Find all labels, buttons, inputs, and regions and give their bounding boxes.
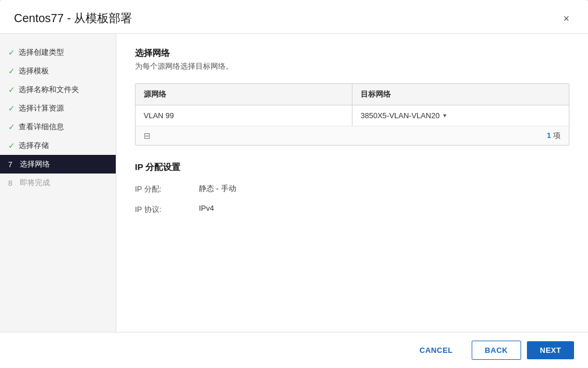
sidebar-item-label: 即将完成 [20, 178, 50, 188]
check-icon: ✓ [8, 141, 15, 150]
back-button[interactable]: BACK [472, 341, 522, 360]
main-content: 选择网络 为每个源网络选择目标网络。 源网络 目标网络 VLAN 99 3850… [116, 34, 588, 332]
source-network-value: VLAN 99 [144, 111, 174, 120]
ip-section-title: IP 分配设置 [135, 162, 569, 173]
sidebar-item-step8[interactable]: 8即将完成 [0, 174, 116, 192]
check-icon: ✓ [8, 122, 15, 132]
ip-allocation-value: 静态 - 手动 [199, 183, 236, 194]
section-title: 选择网络 [135, 48, 569, 59]
next-button[interactable]: NEXT [527, 341, 574, 359]
ip-allocation-row: IP 分配: 静态 - 手动 [135, 183, 569, 194]
sidebar-item-label: 选择网络 [20, 159, 50, 169]
section-desc: 为每个源网络选择目标网络。 [135, 61, 569, 72]
sidebar-item-label: 选择名称和文件夹 [19, 84, 79, 95]
table-footer-count: 1 项 [547, 130, 561, 141]
sidebar-item-label: 选择计算资源 [19, 103, 64, 114]
col-source-header: 源网络 [136, 84, 352, 105]
table-footer-icon: ⊟ [144, 131, 151, 140]
sidebar-item-step1[interactable]: ✓选择创建类型 [0, 43, 116, 62]
sidebar-item-step4[interactable]: ✓选择计算资源 [0, 99, 116, 118]
close-button[interactable]: × [558, 11, 574, 26]
sidebar-item-step3[interactable]: ✓选择名称和文件夹 [0, 80, 116, 99]
table-header: 源网络 目标网络 [136, 84, 569, 105]
sidebar-item-label: 查看详细信息 [19, 122, 64, 132]
step-number: 7 [8, 160, 16, 169]
ip-protocol-value: IPv4 [199, 204, 214, 213]
source-network-cell: VLAN 99 [136, 105, 352, 126]
table-row: VLAN 99 3850X5-VLAN-VLAN20 ▾ [136, 105, 569, 126]
check-icon: ✓ [8, 66, 15, 76]
ip-protocol-row: IP 协议: IPv4 [135, 204, 569, 215]
ip-protocol-label: IP 协议: [135, 204, 199, 215]
dialog-body: ✓选择创建类型✓选择模板✓选择名称和文件夹✓选择计算资源✓查看详细信息✓选择存储… [0, 34, 588, 332]
sidebar-item-label: 选择存储 [19, 140, 49, 151]
sidebar-item-label: 选择模板 [19, 66, 49, 76]
sidebar-item-label: 选择创建类型 [19, 47, 64, 58]
target-network-dropdown[interactable]: 3850X5-VLAN-VLAN20 ▾ [361, 111, 561, 120]
ip-allocation-label: IP 分配: [135, 183, 199, 194]
deploy-dialog: Centos77 - 从模板部署 × ✓选择创建类型✓选择模板✓选择名称和文件夹… [0, 0, 588, 368]
sidebar-item-step2[interactable]: ✓选择模板 [0, 62, 116, 80]
dialog-header: Centos77 - 从模板部署 × [0, 0, 588, 34]
col-target-header: 目标网络 [352, 84, 569, 105]
check-icon: ✓ [8, 104, 15, 113]
cancel-button[interactable]: CANCEL [407, 341, 465, 359]
sidebar-item-step5[interactable]: ✓查看详细信息 [0, 118, 116, 136]
check-icon: ✓ [8, 85, 15, 94]
step-number: 8 [8, 179, 16, 187]
table-footer: ⊟ 1 项 [136, 126, 569, 145]
check-icon: ✓ [8, 48, 15, 57]
sidebar-item-step7[interactable]: 7选择网络 [0, 155, 116, 174]
dialog-footer: CANCEL BACK NEXT [0, 332, 588, 368]
chevron-down-icon: ▾ [443, 112, 447, 119]
sidebar-item-step6[interactable]: ✓选择存储 [0, 136, 116, 155]
sidebar: ✓选择创建类型✓选择模板✓选择名称和文件夹✓选择计算资源✓查看详细信息✓选择存储… [0, 34, 116, 332]
count-number: 1 [547, 131, 551, 140]
target-network-cell[interactable]: 3850X5-VLAN-VLAN20 ▾ [352, 105, 569, 126]
dialog-title: Centos77 - 从模板部署 [14, 10, 132, 26]
target-network-selected: 3850X5-VLAN-VLAN20 [361, 111, 440, 120]
count-label: 项 [553, 131, 561, 140]
network-table: 源网络 目标网络 VLAN 99 3850X5-VLAN-VLAN20 ▾ [135, 83, 569, 146]
